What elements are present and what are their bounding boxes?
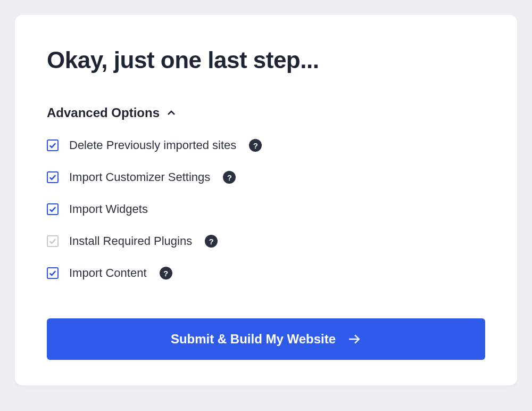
option-label: Import Customizer Settings: [69, 170, 210, 184]
help-icon[interactable]: ?: [249, 139, 262, 152]
submit-button-label: Submit & Build My Website: [171, 332, 336, 347]
checkbox-import-content[interactable]: [47, 267, 59, 279]
option-import-customizer: Import Customizer Settings ?: [47, 170, 485, 184]
checkbox-import-widgets[interactable]: [47, 203, 59, 215]
chevron-up-icon: [167, 109, 176, 117]
option-label: Import Widgets: [69, 202, 148, 216]
option-import-content: Import Content ?: [47, 266, 485, 280]
option-install-plugins: Install Required Plugins ?: [47, 234, 485, 248]
option-label: Delete Previously imported sites: [69, 138, 236, 152]
help-icon[interactable]: ?: [205, 235, 218, 248]
option-import-widgets: Import Widgets: [47, 202, 485, 216]
arrow-right-icon: [347, 332, 361, 346]
checkbox-install-plugins[interactable]: [47, 235, 59, 247]
options-list: Delete Previously imported sites ? Impor…: [47, 138, 485, 280]
option-label: Install Required Plugins: [69, 234, 192, 248]
option-delete-previous: Delete Previously imported sites ?: [47, 138, 485, 152]
setup-card: Okay, just one last step... Advanced Opt…: [15, 15, 517, 385]
help-icon[interactable]: ?: [160, 267, 172, 280]
help-icon[interactable]: ?: [223, 171, 236, 184]
page-title: Okay, just one last step...: [47, 47, 485, 73]
submit-build-button[interactable]: Submit & Build My Website: [47, 318, 485, 360]
section-title: Advanced Options: [47, 105, 160, 120]
option-label: Import Content: [69, 266, 147, 280]
checkbox-delete-previous[interactable]: [47, 139, 59, 151]
advanced-options-toggle[interactable]: Advanced Options: [47, 105, 485, 120]
checkbox-import-customizer[interactable]: [47, 171, 59, 183]
